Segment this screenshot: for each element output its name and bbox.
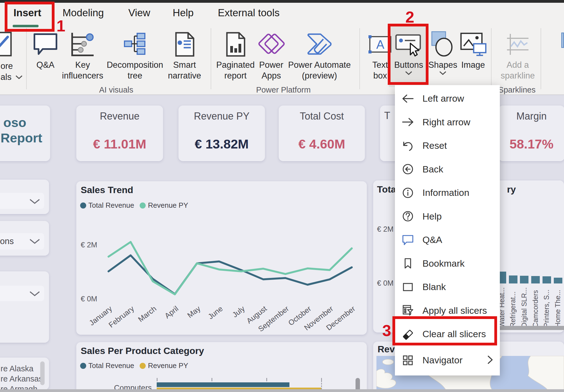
kpi-value: 58.17%	[498, 136, 564, 152]
ribbon-item-decomposition-tree[interactable]: Decomposition tree	[109, 30, 161, 81]
chevron-down-icon[interactable]	[29, 199, 40, 204]
power-automate-icon	[306, 30, 333, 58]
back-icon	[401, 163, 415, 175]
tab-modeling[interactable]: Modeling	[63, 7, 104, 19]
x-axis-label: Camcorders	[532, 286, 540, 328]
menu-item-q-a[interactable]: Q&A	[395, 228, 500, 252]
shapes-icon	[430, 30, 456, 58]
more-visuals-label-fragment[interactable]: ore	[1, 61, 13, 71]
axis-tick	[157, 378, 158, 381]
ribbon-separator	[491, 28, 492, 89]
apply-all-slicers-icon	[401, 304, 415, 317]
slicer-card-3	[0, 271, 49, 343]
kpi-value: € 13.82M	[178, 136, 265, 152]
sparkline-icon	[505, 30, 530, 58]
powerbi-window: Insert Modeling View Help External tools…	[0, 0, 564, 392]
ribbon-separator	[359, 28, 360, 89]
tab-external-tools[interactable]: External tools	[218, 7, 280, 19]
annotation-box-clear-all-slicers	[392, 316, 497, 345]
slicer-value-fragment: ons	[0, 236, 14, 246]
partial-ribbon-icon	[561, 33, 564, 48]
ribbon-item-key-influencers[interactable]: Key influencers	[62, 30, 103, 81]
statusbar-strip	[0, 389, 564, 392]
ribbon-separator	[26, 28, 27, 89]
store-list-item[interactable]: re Arkansas	[1, 374, 43, 383]
kpi-card-revenue: Revenue € 11.01M	[76, 106, 163, 161]
ribbon-separator	[211, 28, 211, 89]
annotation-digit-3: 3	[382, 321, 391, 340]
kpi-card-total-cost: Total Cost € 4.60M	[279, 106, 365, 161]
x-axis-label: Printers, S...	[543, 286, 551, 328]
menu-item-navigator[interactable]: Navigator	[395, 348, 500, 372]
menu-item-label: Left arrow	[422, 93, 464, 104]
report-title-fragment: oso	[3, 115, 26, 130]
navigator-icon	[401, 354, 415, 367]
menu-item-label: Reset	[422, 140, 447, 151]
slicer-card-2: ons	[0, 221, 49, 256]
kpi-title: Total Cost	[279, 110, 365, 122]
tab-view[interactable]: View	[128, 7, 150, 19]
menu-item-blank[interactable]: Blank	[395, 275, 500, 299]
menu-item-information[interactable]: Information	[395, 181, 500, 204]
store-list: re Alaskare Arkansasre Armagh	[1, 361, 39, 389]
report-title-card: oso Report	[0, 106, 50, 161]
menu-item-label: Help	[422, 211, 442, 222]
ribbon-item-label: Smart narrative	[164, 60, 205, 81]
menu-item-label: Navigator	[422, 355, 463, 366]
ribbon-item-label: Power Apps	[255, 60, 288, 81]
ribbon-item-label: Paginated report	[213, 60, 257, 81]
qa-bubble-icon	[401, 234, 415, 246]
x-axis-label: Digital SLR...	[520, 286, 528, 328]
decomposition-tree-icon	[124, 30, 146, 58]
bar	[554, 278, 562, 283]
menu-item-help[interactable]: Help	[395, 205, 500, 228]
titlebar-strip	[0, 0, 564, 3]
bookmark-icon	[401, 257, 415, 270]
kpi-card-revenue-py: Revenue PY € 13.82M	[178, 106, 265, 161]
chevron-down-icon[interactable]	[439, 71, 446, 75]
tab-help[interactable]: Help	[173, 7, 194, 19]
kpi-card-margin: Margin 58.17%	[498, 106, 564, 161]
smart-narrative-icon	[174, 30, 195, 58]
menu-item-right-arrow[interactable]: Right arrow	[395, 110, 500, 134]
ribbon-item-label: Key influencers	[62, 60, 103, 81]
help-icon	[401, 210, 415, 223]
ribbon: Insert Modeling View Help External tools…	[0, 3, 564, 95]
store-list-scrollbar[interactable]	[40, 361, 45, 385]
sales-per-category-chart: Sales Per Product Category Total Revenue…	[76, 342, 367, 392]
ribbon-item-qa[interactable]: Q&A	[30, 30, 61, 70]
ribbon-group-ai-visuals: AI visuals	[89, 85, 144, 94]
x-axis-label: Home The...	[554, 286, 562, 328]
ribbon-item-label: Q&A	[36, 60, 54, 70]
ribbon-item-image[interactable]: Image	[459, 30, 487, 70]
menu-item-left-arrow[interactable]: Left arrow	[395, 87, 500, 110]
ribbon-item-add-sparkline: Add a sparkline	[496, 30, 540, 81]
store-list-item[interactable]: re Alaska	[1, 364, 33, 373]
ribbon-item-power-apps[interactable]: Power Apps	[255, 30, 288, 81]
ribbon-item-smart-narrative[interactable]: Smart narrative	[164, 30, 205, 81]
menu-item-bookmark[interactable]: Bookmark	[395, 252, 500, 275]
chart-scrollbar-horizontal[interactable]	[498, 326, 564, 330]
kpi-value: € 11.01M	[76, 136, 163, 152]
more-visuals-icon[interactable]	[0, 31, 21, 59]
menu-item-reset[interactable]: Reset	[395, 134, 500, 157]
annotation-digit-1: 1	[56, 17, 65, 35]
qa-icon	[33, 30, 58, 58]
menu-item-label: Right arrow	[422, 117, 470, 128]
menu-item-back[interactable]: Back	[395, 158, 500, 181]
left-arrow-icon	[401, 92, 415, 105]
chevron-down-icon[interactable]	[29, 239, 40, 244]
ribbon-item-label: Shapes	[428, 60, 457, 70]
right-arrow-icon	[401, 116, 415, 128]
ribbon-item-shapes[interactable]: Shapes	[428, 30, 458, 75]
ribbon-item-paginated-report[interactable]: Paginated report	[213, 30, 257, 81]
more-visuals-label-fragment[interactable]: als	[1, 72, 12, 82]
ribbon-item-power-automate[interactable]: Power Automate (preview)	[288, 30, 351, 81]
chevron-down-icon[interactable]	[15, 75, 23, 79]
ribbon-item-label: Image	[461, 60, 485, 70]
annotation-box-buttons	[388, 24, 429, 85]
axis-tick	[266, 378, 267, 381]
chevron-down-icon[interactable]	[29, 291, 40, 296]
paginated-report-icon	[225, 30, 246, 58]
kpi-title: Margin	[498, 110, 564, 122]
